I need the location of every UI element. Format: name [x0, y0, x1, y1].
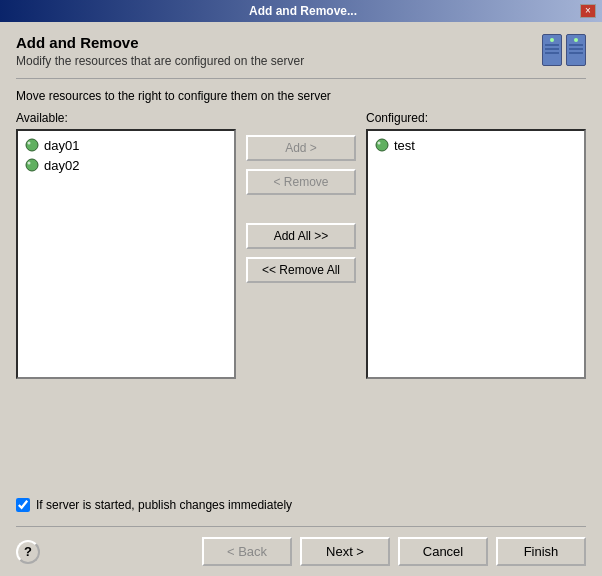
bottom-section: ? < Back Next > Cancel Finish: [16, 526, 586, 566]
title-bar: Add and Remove... ×: [0, 0, 602, 22]
available-list-item[interactable]: day01: [20, 135, 232, 155]
list-item-label: test: [394, 138, 415, 153]
list-item-label: day01: [44, 138, 79, 153]
list-item-label: day02: [44, 158, 79, 173]
configured-list-item[interactable]: test: [370, 135, 582, 155]
header-divider: [16, 78, 586, 79]
available-list-container: Available: day01 day02: [16, 111, 236, 379]
svg-point-4: [376, 139, 388, 151]
server-icon-2: [566, 34, 586, 66]
svg-point-2: [26, 159, 38, 171]
server-stripe-4: [569, 44, 583, 46]
bottom-right: < Back Next > Cancel Finish: [202, 537, 586, 566]
available-list-item[interactable]: day02: [20, 155, 232, 175]
server-stripe-5: [569, 48, 583, 50]
server-stripe-1: [545, 44, 559, 46]
title-bar-title: Add and Remove...: [26, 4, 580, 18]
node-icon: [374, 137, 390, 153]
add-all-button[interactable]: Add All >>: [246, 223, 356, 249]
server-light-1: [550, 38, 554, 42]
server-icon-1: [542, 34, 562, 66]
server-stripe-2: [545, 48, 559, 50]
checkbox-section: If server is started, publish changes im…: [16, 498, 586, 512]
close-button[interactable]: ×: [580, 4, 596, 18]
header-icon: [542, 34, 586, 66]
header-text: Add and Remove Modify the resources that…: [16, 34, 304, 68]
bottom-left: ?: [16, 540, 40, 564]
instruction-text: Move resources to the right to configure…: [16, 89, 586, 103]
back-button[interactable]: < Back: [202, 537, 292, 566]
configured-list[interactable]: test: [366, 129, 586, 379]
publish-label: If server is started, publish changes im…: [36, 498, 292, 512]
svg-point-5: [378, 142, 381, 145]
available-list[interactable]: day01 day02: [16, 129, 236, 379]
server-light-2: [574, 38, 578, 42]
cancel-button[interactable]: Cancel: [398, 537, 488, 566]
remove-button[interactable]: < Remove: [246, 169, 356, 195]
svg-point-1: [28, 142, 31, 145]
server-stripe-6: [569, 52, 583, 54]
svg-point-3: [28, 162, 31, 165]
node-icon: [24, 137, 40, 153]
help-button[interactable]: ?: [16, 540, 40, 564]
transfer-buttons: Add > < Remove Add All >> << Remove All: [236, 111, 366, 283]
dialog-body: Add and Remove Modify the resources that…: [0, 22, 602, 576]
add-button[interactable]: Add >: [246, 135, 356, 161]
dialog-subtitle: Modify the resources that are configured…: [16, 54, 304, 68]
available-label: Available:: [16, 111, 236, 125]
configured-label: Configured:: [366, 111, 586, 125]
dialog-title: Add and Remove: [16, 34, 304, 51]
server-stripe-3: [545, 52, 559, 54]
publish-checkbox[interactable]: [16, 498, 30, 512]
node-icon: [24, 157, 40, 173]
remove-all-button[interactable]: << Remove All: [246, 257, 356, 283]
configured-list-container: Configured: test: [366, 111, 586, 379]
header-section: Add and Remove Modify the resources that…: [16, 34, 586, 68]
svg-point-0: [26, 139, 38, 151]
lists-section: Available: day01 day02 Add > < Remove Ad…: [16, 111, 586, 486]
next-button[interactable]: Next >: [300, 537, 390, 566]
finish-button[interactable]: Finish: [496, 537, 586, 566]
